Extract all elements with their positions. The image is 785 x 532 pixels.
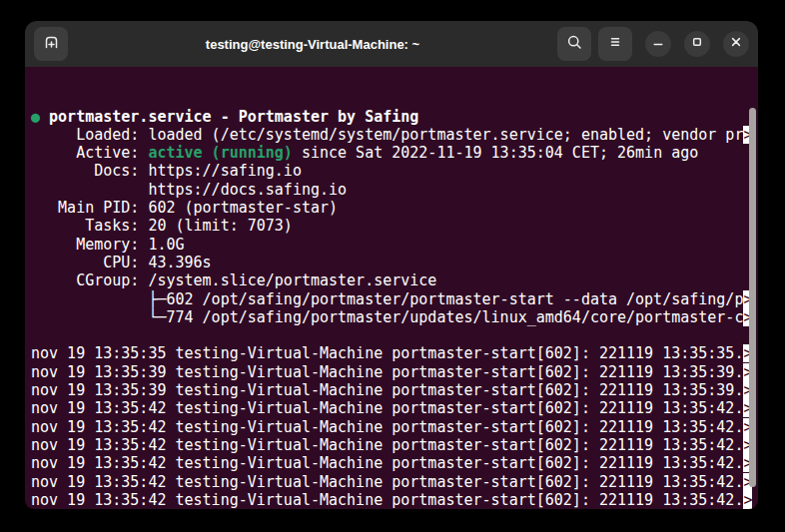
terminal-line: Tasks: 20 (limit: 7073) bbox=[31, 217, 758, 235]
new-tab-button[interactable] bbox=[34, 27, 68, 61]
terminal-line: ├─602 /opt/safing/portmaster/portmaster-… bbox=[31, 290, 758, 308]
terminal-line: nov 19 13:35:35 testing-Virtual-Machine … bbox=[31, 344, 758, 362]
terminal-line: nov 19 13:35:42 testing-Virtual-Machine … bbox=[31, 473, 758, 491]
terminal-line: Active: active (running) since Sat 2022-… bbox=[31, 144, 758, 162]
terminal-line: CPU: 43.396s bbox=[31, 254, 758, 271]
terminal-line: Memory: 1.0G bbox=[31, 236, 758, 254]
terminal-line: Loaded: loaded (/etc/systemd/system/port… bbox=[31, 126, 758, 144]
terminal-line: nov 19 13:35:42 testing-Virtual-Machine … bbox=[31, 418, 758, 436]
maximize-button[interactable] bbox=[684, 31, 710, 57]
terminal-line bbox=[31, 326, 758, 344]
scrollbar-thumb[interactable] bbox=[749, 108, 756, 487]
maximize-icon bbox=[690, 35, 704, 53]
terminal-line: └─774 /opt/safing/portmaster/updates/lin… bbox=[31, 308, 758, 326]
terminal-line: CGroup: /system.slice/portmaster.service bbox=[31, 271, 758, 289]
titlebar[interactable]: testing@testing-Virtual-Machine: ~ bbox=[25, 21, 758, 67]
terminal-line: nov 19 13:35:42 testing-Virtual-Machine … bbox=[31, 399, 758, 417]
terminal-screen[interactable]: ● portmaster.service - Portmaster by Saf… bbox=[25, 67, 758, 509]
terminal-output: ● portmaster.service - Portmaster by Saf… bbox=[31, 108, 758, 509]
close-button[interactable] bbox=[723, 31, 749, 57]
search-button[interactable] bbox=[557, 27, 591, 61]
minimize-icon bbox=[651, 35, 665, 53]
terminal-line: nov 19 13:35:42 testing-Virtual-Machine … bbox=[31, 436, 758, 454]
terminal-line: Docs: https://safing.io bbox=[31, 162, 758, 180]
terminal-line: nov 19 13:35:42 testing-Virtual-Machine … bbox=[31, 491, 758, 509]
menu-icon bbox=[607, 34, 623, 54]
terminal-line: nov 19 13:35:42 testing-Virtual-Machine … bbox=[31, 454, 758, 472]
window-title: testing@testing-Virtual-Machine: ~ bbox=[68, 37, 557, 52]
menu-button[interactable] bbox=[598, 27, 632, 61]
terminal-line: ● portmaster.service - Portmaster by Saf… bbox=[31, 108, 758, 126]
terminal-window: testing@testing-Virtual-Machine: ~ bbox=[25, 21, 758, 509]
minimize-button[interactable] bbox=[645, 31, 671, 57]
terminal-line: nov 19 13:35:39 testing-Virtual-Machine … bbox=[31, 381, 758, 399]
terminal-line: https://docs.safing.io bbox=[31, 181, 758, 199]
search-icon bbox=[566, 34, 583, 55]
terminal-line: Main PID: 602 (portmaster-star) bbox=[31, 199, 758, 217]
new-tab-icon bbox=[43, 34, 60, 55]
close-icon bbox=[729, 35, 743, 53]
terminal-line: nov 19 13:35:39 testing-Virtual-Machine … bbox=[31, 363, 758, 381]
